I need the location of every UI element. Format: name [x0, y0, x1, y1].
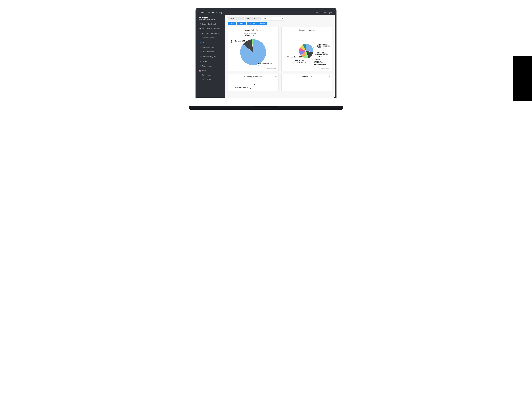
chart-credit: Highcharts.com — [321, 68, 329, 69]
date-from-input[interactable] — [228, 17, 244, 20]
range-6months-button[interactable]: 6 Months — [257, 22, 267, 25]
card-title: Top Sales Products — [283, 29, 330, 31]
card-menu-button[interactable]: ≡ — [275, 76, 277, 78]
laptop-frame: Direct Corporate Clothing Portal Logout … — [196, 8, 336, 98]
card-title: Company Wise Sales — [230, 76, 277, 78]
logout-icon — [324, 12, 326, 13]
sidebar-item-wardrobe-management[interactable]: ▥Wardrobe Management — [197, 31, 225, 36]
sidebar-item-label: Return Orders — [202, 65, 212, 67]
list-icon: ≡ — [199, 61, 201, 62]
topbar: Direct Corporate Clothing Portal Logout — [197, 10, 335, 15]
sidebar-item-label: Product Management — [202, 56, 217, 57]
main-content: All 1 Week 1 Month 3 Months 6 Months Ord… — [225, 15, 335, 98]
brand-title: Direct Corporate Clothing — [200, 12, 312, 14]
range-1month-button[interactable]: 1 Month — [237, 22, 246, 25]
slice-label-combat: 245GSM Black Combat Trouser: 16.7 % — [317, 52, 330, 57]
tag-icon: 🏷 — [199, 51, 201, 53]
sidebar-item-label: Bulk Imports — [202, 74, 211, 76]
sitemap-icon: ⚍ — [199, 46, 201, 48]
sidebar-item-product-management[interactable]: ⚙Product Management — [197, 54, 225, 59]
slice-label-poly: Polycotton Shorts: 9.3 % — [287, 56, 303, 58]
sidebar-item-stock[interactable]: 📈Stock — [197, 68, 225, 73]
slice-label-travis: TRAVIS PERKINS MENS POLOSHIRT: 23.1 % — [317, 44, 330, 49]
sidebar-item-return-orders[interactable]: ↺Return Orders — [197, 64, 225, 68]
upload-icon: ⇪ — [199, 74, 201, 76]
card-orders-status: Orders With Status ≡ Order Processing: 8 — [228, 27, 279, 71]
slice-label-approved: Manager Approved / Order Sent: 1.4 % — [243, 33, 258, 37]
sidebar-item-label: System Configuration — [202, 23, 217, 25]
sidebar-item-product-category[interactable]: ⚍Product Category — [197, 45, 225, 50]
id-card-icon: ▭ — [199, 37, 201, 39]
company-sales-chart: CCF VEOLIA IRELAND — [230, 79, 277, 89]
logout-label: Logout — [327, 12, 332, 13]
slice-label-submitted: Order Submitted: 14.7 % — [231, 40, 246, 44]
warehouse-icon: 🏠 — [199, 28, 201, 30]
sidebar-item-bulk-exports[interactable]: ⇩Bulk Exports — [197, 77, 225, 82]
logout-link[interactable]: Logout — [324, 12, 332, 13]
portal-label: Portal — [317, 12, 322, 13]
laptop-notch — [254, 106, 278, 107]
user-org: Direct Corporate Clothing — [199, 19, 223, 20]
gauge-icon: ⏱ — [199, 23, 201, 25]
app-body: Mr. supper Direct Corporate Clothing ⏱Sy… — [197, 15, 335, 98]
monitor-icon — [315, 12, 317, 13]
orders-status-chart: Order Processing: 83.9 % Order Submitted… — [230, 32, 277, 70]
slice-label-staysafe: STAY SAFE CUSTOMER SERVICE HIVIS POLOSHI… — [314, 59, 327, 66]
sidebar-item-users[interactable]: 👤Users — [197, 40, 225, 45]
sidebar-item-label: Users — [202, 42, 206, 44]
sidebar-item-product-attribute[interactable]: 🏷Product Attribute — [197, 50, 225, 54]
app-screen: Direct Corporate Clothing Portal Logout … — [197, 10, 335, 98]
slice-label-yodel: YODEL BLACK POLOSHIRT: 9.4 % — [294, 60, 307, 63]
undo-icon: ↺ — [199, 65, 201, 67]
sidebar-item-warehouse-management[interactable]: 🏠Warehouse Management — [197, 26, 225, 31]
top-sales-chart: TRAVIS PERKINS MENS POLOSHIRT: 23.1 % 24… — [283, 32, 330, 70]
chart-line-icon: 📈 — [199, 70, 201, 72]
card-company-sales: Company Wise Sales ≡ CCF VEOLIA IRELAND — [228, 74, 279, 91]
nav: ⏱System Configuration 🏠Warehouse Managem… — [197, 22, 225, 98]
date-to-input[interactable] — [245, 17, 261, 20]
card-top-sales: Top Sales Products ≡ — [281, 27, 332, 71]
scope-select-wrap: All — [263, 17, 284, 20]
chart-credit: Highcharts.com — [267, 68, 276, 69]
sidebar-item-label: Business Partners — [202, 37, 215, 39]
user-icon: 👤 — [199, 42, 201, 44]
svg-rect-1 — [315, 13, 316, 13]
sidebar-item-label: Bulk Exports — [202, 79, 211, 81]
sidebar-item-system-configuration[interactable]: ⏱System Configuration — [197, 22, 225, 26]
card-active-users: Active Users ≡ — [281, 74, 332, 91]
slice-label-ccf: CCF — [250, 83, 253, 85]
user-block: Mr. supper Direct Corporate Clothing — [197, 15, 225, 22]
card-menu-button[interactable]: ≡ — [329, 29, 330, 32]
user-name: Mr. supper — [199, 17, 223, 19]
wardrobe-icon: ▥ — [199, 32, 201, 34]
filter-row: All — [228, 17, 332, 20]
range-1week-button[interactable]: 1 Week — [228, 22, 236, 25]
sidebar-item-label: Stock — [202, 70, 206, 72]
sidebar: Mr. supper Direct Corporate Clothing ⏱Sy… — [197, 15, 225, 98]
sidebar-item-orders[interactable]: ≡Orders — [197, 59, 225, 64]
slice-label-veolia: VEOLIA IRELAND — [235, 87, 246, 88]
sidebar-item-label: Product Category — [202, 46, 215, 48]
cogs-icon: ⚙ — [199, 56, 201, 57]
card-menu-button[interactable]: ≡ — [329, 76, 330, 78]
sidebar-item-business-partners[interactable]: ▭Business Partners — [197, 36, 225, 40]
sidebar-item-label: Warehouse Management — [202, 28, 220, 30]
scope-select[interactable]: All — [263, 17, 284, 20]
sidebar-item-label: Product Attribute — [202, 51, 214, 53]
dashboard-cards: Orders With Status ≡ Order Processing: 8 — [228, 27, 332, 91]
card-menu-button[interactable]: ≡ — [275, 29, 277, 32]
portal-link[interactable]: Portal — [315, 12, 322, 13]
download-icon: ⇩ — [199, 79, 201, 81]
sidebar-item-bulk-imports[interactable]: ⇪Bulk Imports — [197, 73, 225, 77]
card-title: Active Users — [283, 76, 330, 78]
laptop-base — [189, 106, 343, 110]
card-title: Orders With Status — [230, 29, 277, 31]
sidebar-item-label: Wardrobe Management — [202, 32, 219, 34]
range-buttons: 1 Week 1 Month 3 Months 6 Months — [228, 22, 332, 25]
slice-label-processing: Order Processing: 83.9 % — [258, 63, 272, 66]
decorative-shadow — [513, 56, 532, 101]
active-users-chart — [283, 79, 330, 89]
sidebar-item-label: Orders — [202, 61, 207, 62]
range-3months-button[interactable]: 3 Months — [247, 22, 257, 25]
svg-rect-0 — [315, 12, 317, 13]
